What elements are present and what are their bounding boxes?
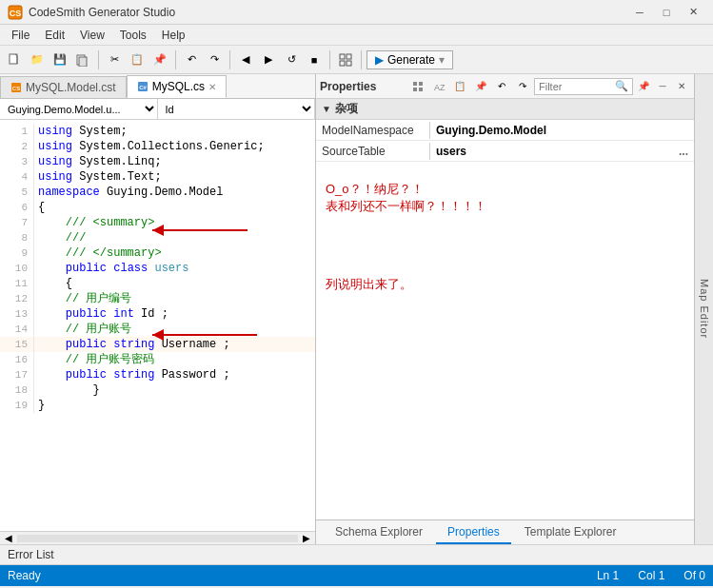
refresh-button[interactable]: ↺ (281, 49, 302, 70)
bottom-tab-bar: Schema Explorer Properties Template Expl… (316, 519, 713, 544)
generate-button[interactable]: ▶ Generate ▾ (366, 50, 453, 69)
code-line: 5 namespace Guying.Demo.Model (0, 185, 315, 200)
svg-text:AZ: AZ (434, 83, 446, 92)
new-button[interactable] (4, 49, 25, 70)
sourcetable-browse-button[interactable]: ... (679, 145, 688, 158)
code-line: 10 public class users (0, 261, 315, 276)
props-copy-button[interactable]: 📋 (450, 77, 469, 96)
search-icon: 🔍 (615, 80, 628, 92)
status-of: Of 0 (683, 569, 705, 582)
code-line: 11 { (0, 276, 315, 291)
props-pin-button[interactable]: 📌 (635, 79, 652, 94)
svg-rect-7 (340, 61, 345, 66)
code-editor-panel: CS MySQL.Model.cst C# MySQL.cs ✕ Guying.… (0, 74, 316, 544)
props-key-sourcetable: SourceTable (316, 143, 430, 160)
props-header: Properties AZ 📋 📌 ↶ ↷ 🔍 (316, 74, 694, 99)
open-button[interactable]: 📁 (27, 49, 48, 70)
menu-tools[interactable]: Tools (112, 27, 154, 44)
tab-properties[interactable]: Properties (436, 521, 511, 544)
svg-rect-5 (340, 54, 345, 59)
props-key-namespace: ModelNamespace (316, 122, 430, 139)
filter-box[interactable]: 🔍 (534, 78, 633, 95)
svg-text:CS: CS (10, 9, 22, 18)
code-editor-content[interactable]: 1 using System; 2 using System.Collectio… (0, 120, 315, 531)
svg-text:CS: CS (12, 86, 20, 91)
save-all-button[interactable] (72, 49, 93, 70)
props-close-button[interactable]: ✕ (673, 79, 690, 94)
scroll-track[interactable] (17, 535, 298, 542)
tab-model-cst[interactable]: CS MySQL.Model.cst (0, 76, 127, 98)
generate-label: Generate (387, 53, 435, 67)
menu-bar: File Edit View Tools Help (0, 25, 713, 46)
app-logo: CS (8, 5, 23, 20)
props-value-sourcetable: users ... (430, 143, 694, 160)
tab-template-explorer[interactable]: Template Explorer (513, 521, 628, 544)
code-line: 19 } (0, 398, 315, 413)
props-title: Properties (320, 80, 376, 93)
save-button[interactable]: 💾 (50, 49, 70, 70)
separator-5 (361, 50, 362, 69)
nav-back-button[interactable]: ◀ (235, 49, 256, 70)
scroll-left-button[interactable]: ◀ (2, 532, 15, 545)
tab-mysql-cs-label: MySQL.cs (152, 80, 205, 93)
properties-panel: Properties AZ 📋 📌 ↶ ↷ 🔍 (316, 74, 713, 544)
maximize-button[interactable]: □ (654, 3, 679, 22)
menu-edit[interactable]: Edit (37, 27, 72, 44)
copy-button[interactable]: 📋 (127, 49, 148, 70)
menu-file[interactable]: File (4, 27, 37, 44)
code-nav-bar: Guying.Demo.Model.u... Id (0, 99, 315, 120)
code-line: 3 using System.Linq; (0, 154, 315, 169)
class-dropdown[interactable]: Guying.Demo.Model.u... (0, 99, 158, 119)
code-line: 13 public int Id ; (0, 306, 315, 322)
code-line: 16 // 用户账号密码 (0, 352, 315, 367)
menu-view[interactable]: View (72, 27, 112, 44)
filter-input[interactable] (539, 81, 615, 92)
section-expand-icon[interactable]: ▼ (322, 104, 331, 114)
props-value-namespace: Guying.Demo.Model (430, 122, 694, 139)
annotation-text-1: O_o？！纳尼？！ 表和列还不一样啊？！！！！ (326, 181, 486, 215)
generate-dropdown-icon: ▾ (439, 53, 445, 67)
code-line: 4 using System.Text; (0, 169, 315, 185)
scroll-right-button[interactable]: ▶ (300, 532, 313, 545)
editor-hscroll[interactable]: ◀ ▶ (0, 531, 315, 544)
annotation-area: O_o？！纳尼？！ 表和列还不一样啊？！！！！ 列说明出来了。 (316, 162, 694, 519)
main-area: CS MySQL.Model.cst C# MySQL.cs ✕ Guying.… (0, 74, 713, 544)
toolbar: 📁 💾 ✂ 📋 📌 ↶ ↷ ◀ ▶ ↺ ■ ▶ Generate ▾ (0, 46, 713, 74)
undo-button[interactable]: ↶ (181, 49, 202, 70)
props-minimize-button[interactable]: ─ (654, 79, 671, 94)
redo-button[interactable]: ↷ (204, 49, 225, 70)
code-line: 9 /// </summary> (0, 245, 315, 261)
props-row-namespace[interactable]: ModelNamespace Guying.Demo.Model (316, 120, 694, 141)
code-line: 1 using System; (0, 124, 315, 139)
status-col: Col 1 (638, 569, 664, 582)
svg-rect-15 (413, 88, 417, 91)
map-editor-label: Map Editor (699, 279, 710, 339)
nav-forward-button[interactable]: ▶ (258, 49, 279, 70)
props-undo-button[interactable]: ↶ (492, 77, 511, 96)
member-dropdown[interactable]: Id (158, 99, 316, 119)
props-section-header: ▼ 杂项 (316, 99, 694, 120)
props-row-sourcetable[interactable]: SourceTable users ... (316, 141, 694, 162)
props-sort-alpha-button[interactable]: AZ (429, 77, 448, 96)
code-line: 2 using System.Collections.Generic; (0, 139, 315, 154)
menu-help[interactable]: Help (154, 27, 193, 44)
grid-button[interactable] (335, 49, 356, 70)
error-list-bar: Error List (0, 544, 713, 565)
tab-schema-explorer[interactable]: Schema Explorer (324, 521, 434, 544)
svg-rect-14 (419, 82, 423, 86)
editor-tab-bar: CS MySQL.Model.cst C# MySQL.cs ✕ (0, 74, 315, 99)
tab-close-button[interactable]: ✕ (208, 82, 216, 92)
props-redo-button[interactable]: ↷ (513, 77, 532, 96)
minimize-button[interactable]: ─ (627, 3, 652, 22)
paste-button[interactable]: 📌 (149, 49, 170, 70)
close-button[interactable]: ✕ (681, 3, 705, 22)
props-paste-button[interactable]: 📌 (471, 77, 490, 96)
code-line: 7 /// <summary> (0, 215, 315, 230)
stop-button[interactable]: ■ (304, 49, 325, 70)
code-line: 18 } (0, 382, 315, 398)
props-sort-cat-button[interactable] (408, 77, 427, 96)
tab-mysql-cs[interactable]: C# MySQL.cs ✕ (127, 75, 227, 98)
separator-3 (229, 50, 230, 69)
map-editor-sidebar[interactable]: Map Editor (694, 74, 713, 544)
cut-button[interactable]: ✂ (104, 49, 125, 70)
